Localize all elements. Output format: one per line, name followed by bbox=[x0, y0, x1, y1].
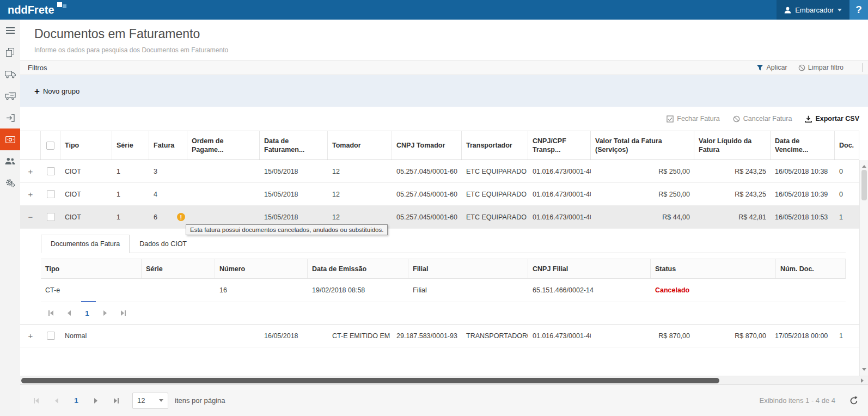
scroll-down-arrow-icon[interactable] bbox=[862, 368, 866, 373]
cell-data_faturamento: 16/05/2018 bbox=[260, 325, 328, 347]
help-button[interactable]: ? bbox=[849, 0, 868, 20]
app-logo[interactable]: nddFrete bbox=[8, 4, 66, 15]
column-header-cnpj_transp[interactable]: CNPJ/CPF Transp... bbox=[528, 131, 591, 160]
sidebar-item-settings[interactable] bbox=[0, 172, 20, 194]
invoice-row[interactable]: −CIOT16!15/05/20181205.257.045/0001-60ET… bbox=[20, 206, 859, 229]
horizontal-scroll-thumb[interactable] bbox=[21, 378, 719, 383]
sidebar-item-partners[interactable] bbox=[0, 150, 20, 172]
detail-table-row[interactable]: CT-e1619/02/2018 08:58Filial65.151.466/0… bbox=[41, 279, 846, 302]
column-header-tomador[interactable]: Tomador bbox=[328, 131, 392, 160]
scroll-up-arrow-icon[interactable] bbox=[862, 163, 866, 168]
detail-column-header-tipo[interactable]: Tipo bbox=[41, 259, 142, 278]
tab-dados-do-ciot[interactable]: Dados do CIOT bbox=[130, 235, 197, 253]
first-page-button[interactable] bbox=[28, 393, 44, 409]
detail-cell-data_emissao: 19/02/2018 08:58 bbox=[308, 279, 408, 302]
expand-row-icon[interactable]: + bbox=[20, 160, 41, 182]
close-invoice-button[interactable]: Fechar Fatura bbox=[667, 115, 720, 123]
column-header-valor_liquido[interactable]: Valor Líquido da Fatura bbox=[694, 131, 771, 160]
page-size-select[interactable]: 12 bbox=[132, 393, 168, 409]
cell-transportador: ETC EQUIPARADO bbox=[462, 206, 528, 228]
sidebar-item-menu[interactable] bbox=[0, 20, 20, 41]
sidebar-item-billing[interactable] bbox=[0, 129, 20, 150]
cell-ordem bbox=[187, 325, 260, 347]
detail-grid-header: TipoSérieNúmeroData de EmissãoFilialCNPJ… bbox=[41, 259, 846, 279]
divider bbox=[862, 63, 863, 72]
invoice-row[interactable]: +CIOT1315/05/20181205.257.045/0001-60ETC… bbox=[20, 160, 859, 183]
last-page-button[interactable] bbox=[108, 393, 125, 409]
cell-doc: 0 bbox=[835, 183, 859, 205]
expand-row-icon[interactable]: + bbox=[20, 325, 41, 347]
row-checkbox[interactable] bbox=[47, 213, 55, 221]
cell-data_faturamento: 15/05/2018 bbox=[260, 160, 328, 182]
last-page-button[interactable] bbox=[116, 305, 131, 321]
detail-column-header-cnpj_filial[interactable]: CNPJ Filial bbox=[528, 259, 651, 278]
column-header-serie[interactable]: Série bbox=[112, 131, 149, 160]
horizontal-scrollbar[interactable] bbox=[20, 376, 868, 384]
prev-page-button[interactable] bbox=[62, 305, 77, 321]
clear-filter-label: Limpar filtro bbox=[808, 64, 843, 71]
export-csv-button[interactable]: Exportar CSV bbox=[805, 115, 859, 123]
cell-cnpj_tomador: 05.257.045/0001-60 bbox=[392, 160, 462, 182]
warning-icon[interactable]: ! bbox=[177, 213, 185, 221]
cell-valor_total: R$ 870,00 bbox=[591, 325, 694, 347]
sidebar-item-cargo[interactable] bbox=[0, 85, 20, 107]
tab-documentos-da-fatura[interactable]: Documentos da Fatura bbox=[41, 235, 130, 253]
collapse-row-icon[interactable]: − bbox=[20, 206, 41, 228]
apply-filter-button[interactable]: Aplicar bbox=[756, 64, 787, 71]
row-checkbox[interactable] bbox=[47, 167, 55, 175]
hamburger-menu-icon bbox=[6, 27, 15, 34]
vertical-scrollbar[interactable] bbox=[859, 160, 868, 376]
column-header-transportador[interactable]: Transportador bbox=[462, 131, 528, 160]
sidebar-item-export[interactable] bbox=[0, 107, 20, 129]
column-header-doc[interactable]: Doc. bbox=[835, 131, 859, 160]
current-page[interactable]: 1 bbox=[69, 396, 83, 405]
column-header-valor_total[interactable]: Valor Total da Fatura (Serviços) bbox=[591, 131, 694, 160]
detail-cell-serie bbox=[142, 279, 215, 302]
clear-filter-button[interactable]: Limpar filtro bbox=[798, 64, 843, 71]
detail-column-header-num_doc[interactable]: Núm. Doc. bbox=[776, 259, 846, 278]
column-header-fatura[interactable]: Fatura bbox=[149, 131, 187, 160]
detail-column-header-serie[interactable]: Série bbox=[142, 259, 215, 278]
apply-filter-label: Aplicar bbox=[766, 64, 787, 71]
scroll-right-arrow-icon[interactable] bbox=[861, 378, 866, 383]
next-page-button[interactable] bbox=[88, 393, 104, 409]
next-page-button[interactable] bbox=[97, 305, 113, 321]
column-header-cnpj_tomador[interactable]: CNPJ Tomador bbox=[392, 131, 462, 160]
column-header-data_vencimento[interactable]: Data de Vencime... bbox=[771, 131, 835, 160]
refresh-button[interactable] bbox=[849, 396, 858, 405]
vertical-scroll-thumb[interactable] bbox=[861, 170, 867, 200]
invoice-row[interactable]: +Normal16/05/2018CT-E EMITIDO EM ...29.1… bbox=[20, 325, 859, 347]
row-checkbox[interactable] bbox=[47, 332, 55, 340]
detail-current-page[interactable]: 1 bbox=[80, 309, 94, 317]
funnel-icon bbox=[756, 64, 763, 71]
plus-icon: + bbox=[34, 87, 40, 96]
column-header-ordem[interactable]: Ordem de Pagame... bbox=[187, 131, 260, 160]
prev-page-button[interactable] bbox=[48, 393, 65, 409]
close-invoice-label: Fechar Fatura bbox=[677, 115, 720, 123]
sidebar-item-documents[interactable] bbox=[0, 41, 20, 63]
detail-column-header-filial[interactable]: Filial bbox=[408, 259, 528, 278]
top-bar: nddFrete Embarcador ? bbox=[0, 0, 868, 20]
user-icon bbox=[784, 7, 791, 14]
select-all-checkbox[interactable] bbox=[46, 142, 54, 150]
sidebar-item-freight[interactable] bbox=[0, 63, 20, 85]
expand-row-icon[interactable]: + bbox=[20, 183, 41, 205]
row-checkbox[interactable] bbox=[47, 190, 55, 198]
cell-data_vencimento: 16/05/2018 10:53 bbox=[771, 206, 835, 228]
invoice-row[interactable]: +CIOT1415/05/20181205.257.045/0001-60ETC… bbox=[20, 183, 859, 206]
filter-group-panel: + Novo grupo bbox=[20, 75, 868, 107]
cell-data_vencimento: 16/05/2018 10:39 bbox=[771, 183, 835, 205]
first-page-button[interactable] bbox=[43, 305, 58, 321]
detail-column-header-data_emissao[interactable]: Data de Emissão bbox=[308, 259, 408, 278]
detail-column-header-numero[interactable]: Número bbox=[215, 259, 308, 278]
items-per-page-label: itens por página bbox=[175, 396, 225, 405]
detail-column-header-status[interactable]: Status bbox=[651, 259, 776, 278]
focus-indicator bbox=[81, 301, 96, 302]
truck-cargo-icon bbox=[5, 92, 16, 100]
user-menu[interactable]: Embarcador bbox=[777, 0, 849, 20]
column-header-tipo[interactable]: Tipo bbox=[60, 131, 112, 160]
cancel-invoice-button[interactable]: Cancelar Fatura bbox=[733, 115, 792, 123]
cell-valor_total: R$ 44,00 bbox=[591, 206, 694, 228]
column-header-data_faturamento[interactable]: Data de Faturamen... bbox=[260, 131, 328, 160]
new-group-button[interactable]: + Novo grupo bbox=[34, 87, 80, 96]
